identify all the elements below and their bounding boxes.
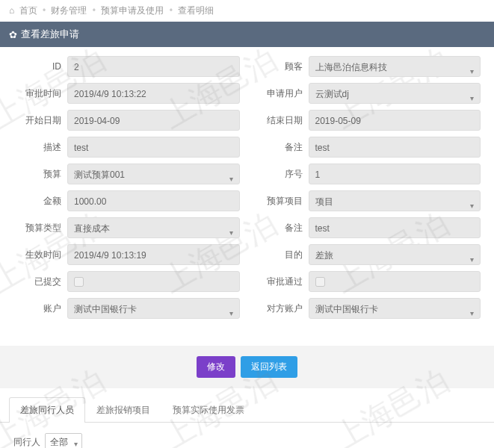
tab[interactable]: 预算实际使用发票	[161, 397, 256, 423]
select-field[interactable]: 差旅	[309, 244, 481, 265]
form-label: 目的	[255, 249, 309, 261]
select-field[interactable]: 测试中国银行卡	[309, 298, 481, 319]
text-field[interactable]: 2019-04-09	[67, 110, 240, 131]
text-field[interactable]: 1000.00	[67, 190, 240, 211]
select-field[interactable]: 项目	[309, 190, 481, 211]
text-field[interactable]: test	[309, 217, 481, 238]
text-field[interactable]: 2019-05-09	[309, 110, 481, 131]
form-label: 开始日期	[13, 114, 67, 127]
select-field[interactable]: 测试中国银行卡	[67, 298, 240, 319]
form-label: ID	[13, 61, 67, 72]
breadcrumb-item[interactable]: 查看明细	[178, 5, 214, 16]
breadcrumb-item[interactable]: 首页	[19, 5, 37, 16]
checkbox[interactable]	[315, 277, 325, 287]
form-label: 顾客	[255, 60, 309, 73]
text-field[interactable]: test	[309, 137, 481, 158]
form-label: 账户	[13, 302, 67, 315]
filter-label: 同行人	[13, 436, 40, 449]
form-label: 金额	[13, 195, 67, 208]
form-label: 审批通过	[255, 276, 309, 288]
panel-title: 查看差旅申请	[21, 28, 79, 41]
form-label: 对方账户	[255, 302, 309, 315]
checkbox-field[interactable]	[309, 271, 481, 292]
select-field[interactable]: 云测试dj	[309, 83, 481, 104]
tabs: 差旅同行人员差旅报销项目预算实际使用发票	[0, 397, 494, 423]
chevron-right-icon: •	[43, 5, 46, 16]
select-field[interactable]: 直接成本	[67, 217, 240, 238]
select-field[interactable]: 测试预算001	[67, 164, 240, 184]
panel-header: ✿ 查看差旅申请	[0, 22, 494, 47]
form-label: 生效时间	[13, 249, 67, 261]
tab-content: 同行人 全部 👤差旅同行人员 同行人 备注 员工007001查看 ✕ 删除	[0, 423, 494, 448]
form-label: 已提交	[13, 276, 67, 288]
text-field[interactable]: 1	[309, 164, 481, 184]
form-label: 备注	[255, 141, 309, 154]
breadcrumb-item[interactable]: 财务管理	[51, 5, 87, 16]
chevron-right-icon: •	[93, 5, 96, 16]
form-label: 预算	[13, 168, 67, 181]
tab[interactable]: 差旅同行人员	[9, 397, 85, 423]
breadcrumb-item[interactable]: 预算申请及使用	[101, 5, 164, 16]
return-list-button[interactable]: 返回列表	[241, 356, 297, 378]
text-field[interactable]: 2019/4/9 10:13:19	[67, 244, 240, 265]
gear-icon: ✿	[9, 29, 17, 40]
filter-row: 同行人 全部	[13, 433, 481, 448]
checkbox-field[interactable]	[67, 271, 240, 292]
home-icon: ⌂	[9, 5, 14, 16]
form-label: 预算类型	[13, 222, 67, 234]
form-label: 预算项目	[255, 195, 309, 208]
text-field[interactable]: 2	[67, 56, 240, 77]
form-label: 序号	[255, 168, 309, 181]
filter-select[interactable]: 全部	[45, 433, 82, 448]
chevron-right-icon: •	[170, 5, 173, 16]
tab[interactable]: 差旅报销项目	[85, 397, 161, 423]
breadcrumb: ⌂ 首页 • 财务管理 • 预算申请及使用 • 查看明细	[0, 0, 494, 22]
checkbox[interactable]	[74, 277, 84, 287]
action-bar: 修改 返回列表	[0, 346, 494, 388]
form-area: ID2顾客上海邑泊信息科技审批时间2019/4/9 10:13:22申请用户云测…	[0, 47, 494, 338]
form-label: 描述	[13, 141, 67, 154]
form-label: 审批时间	[13, 87, 67, 100]
modify-button[interactable]: 修改	[197, 356, 235, 378]
text-field[interactable]: 2019/4/9 10:13:22	[67, 83, 240, 104]
form-label: 结束日期	[255, 114, 309, 127]
form-label: 备注	[255, 222, 309, 234]
select-field[interactable]: 上海邑泊信息科技	[309, 56, 481, 77]
form-label: 申请用户	[255, 87, 309, 100]
text-field[interactable]: test	[67, 137, 240, 158]
